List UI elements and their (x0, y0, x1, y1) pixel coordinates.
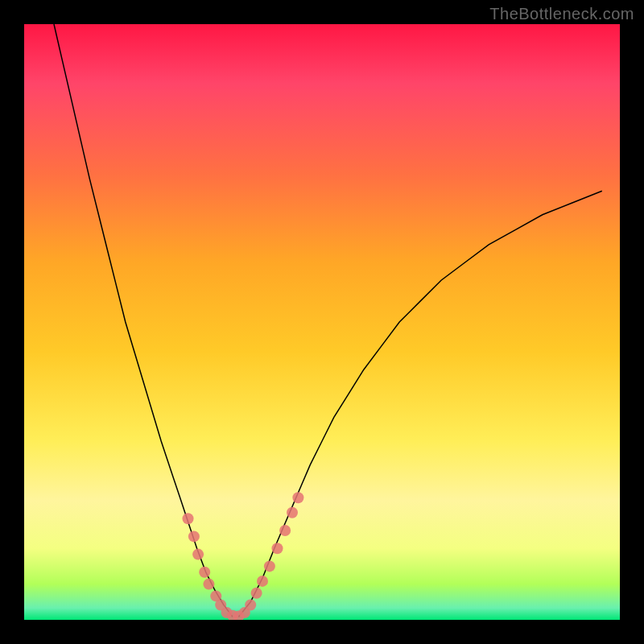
data-marker (245, 600, 256, 611)
left-curve (54, 24, 233, 617)
plot-area (24, 24, 620, 620)
right-curve (238, 191, 601, 617)
data-marker (203, 579, 214, 590)
data-marker (192, 549, 204, 560)
data-marker (257, 576, 268, 587)
curve-layer (24, 24, 620, 620)
watermark-text: TheBottleneck.com (489, 5, 634, 23)
marker-group (183, 492, 304, 620)
data-marker (279, 525, 291, 536)
chart-frame: TheBottleneck.com (0, 0, 644, 644)
data-marker (251, 588, 262, 599)
data-marker (272, 543, 283, 554)
data-marker (199, 567, 210, 578)
data-marker (183, 513, 194, 524)
data-marker (264, 560, 275, 572)
data-marker (188, 530, 200, 542)
data-marker (287, 507, 298, 518)
data-marker (292, 492, 303, 503)
